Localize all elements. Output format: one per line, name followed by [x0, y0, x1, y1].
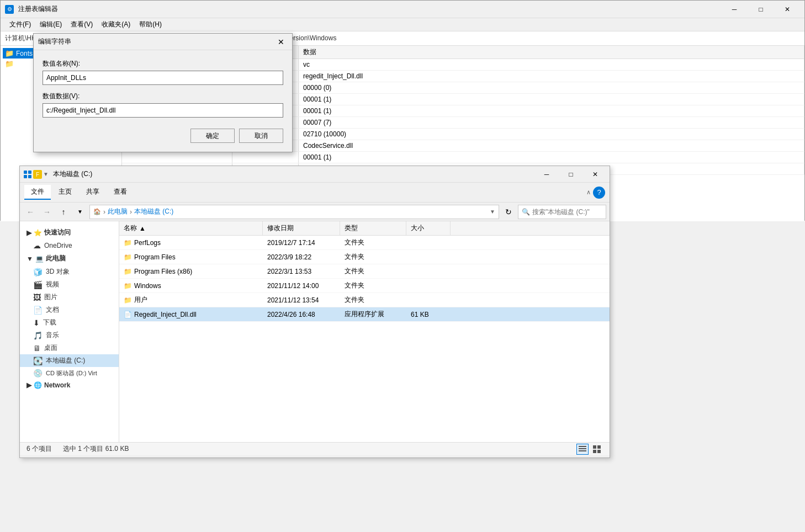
menu-file[interactable]: 文件(F): [5, 19, 35, 30]
file-type-pf: 文件夹: [340, 250, 406, 264]
svg-rect-6: [579, 446, 586, 447]
view-details-button[interactable]: [576, 444, 589, 455]
address-crumb-c[interactable]: 本地磁盘 (C:): [134, 207, 173, 216]
file-name-windows: 📁 Windows: [119, 279, 263, 292]
name-input[interactable]: [43, 71, 283, 85]
file-row-regedit-dll[interactable]: 📄 Regedit_Inject_Dll.dll 2022/4/26 16:48…: [119, 307, 610, 322]
name-label: 数值名称(N):: [43, 59, 283, 68]
header-size[interactable]: 大小: [406, 221, 451, 235]
sidebar-documents[interactable]: 📄 文档: [20, 304, 119, 316]
documents-label: 文档: [46, 305, 59, 315]
file-row-users[interactable]: 📁 用户 2021/11/12 13:54 文件夹: [119, 293, 610, 307]
file-row-perflogs[interactable]: 📁 PerfLogs 2019/12/7 17:14 文件夹: [119, 236, 610, 250]
nav-back-button[interactable]: ←: [23, 205, 38, 219]
row-data: CodecService.dll: [299, 140, 804, 151]
tree-item-fonts-label: Fonts: [16, 50, 33, 57]
sidebar-videos[interactable]: 🎬 视频: [20, 278, 119, 291]
search-input[interactable]: [532, 208, 602, 216]
explorer-window-title: 本地磁盘 (C:): [53, 169, 533, 179]
sidebar-local-disk-c[interactable]: 💽 本地磁盘 (C:): [20, 354, 119, 367]
explorer-maximize-button[interactable]: □: [560, 167, 582, 182]
header-filename[interactable]: 名称 ▲: [119, 221, 263, 235]
videos-label: 视频: [46, 280, 59, 289]
dialog-buttons: 确定 取消: [43, 129, 283, 143]
cd-drive-label: CD 驱动器 (D:) Virt: [46, 369, 97, 377]
sidebar-desktop[interactable]: 🖥 桌面: [20, 342, 119, 354]
file-size-pf: [406, 250, 451, 264]
explorer-minimize-button[interactable]: ─: [536, 167, 558, 182]
sidebar-music[interactable]: 🎵 音乐: [20, 329, 119, 342]
desktop-label: 桌面: [44, 343, 57, 353]
svg-rect-0: [24, 171, 27, 174]
file-name-pf: 📁 Program Files: [119, 250, 263, 264]
network-arrow: ▶: [27, 381, 31, 389]
dialog-close-button[interactable]: ✕: [274, 35, 288, 49]
ribbon-tab-view[interactable]: 查看: [107, 185, 134, 200]
header-type[interactable]: 类型: [340, 221, 406, 235]
regedit-minimize-button[interactable]: ─: [722, 1, 747, 18]
sidebar-3d-objects[interactable]: 🧊 3D 对象: [20, 265, 119, 278]
ok-button[interactable]: 确定: [190, 129, 235, 143]
file-row-program-files-x86[interactable]: 📁 Program Files (x86) 2022/3/1 13:53 文件夹: [119, 264, 610, 279]
svg-rect-1: [28, 171, 31, 174]
regedit-menubar: 文件(F) 编辑(E) 查看(V) 收藏夹(A) 帮助(H): [1, 18, 804, 31]
ribbon-help-icon[interactable]: ?: [593, 187, 605, 199]
data-input[interactable]: [43, 103, 283, 118]
menu-help[interactable]: 帮助(H): [135, 19, 166, 30]
explorer-close-button[interactable]: ✕: [584, 167, 606, 182]
regedit-row[interactable]: 00001 (1): [122, 152, 804, 163]
header-date[interactable]: 修改日期: [263, 221, 340, 235]
quick-access-label: 快速访问: [44, 228, 71, 237]
sort-arrow: ▲: [139, 225, 146, 232]
view-tiles-button[interactable]: [591, 444, 603, 455]
network-label: Network: [44, 381, 70, 389]
nav-up-button[interactable]: ↑: [56, 205, 71, 219]
file-row-windows[interactable]: 📁 Windows 2021/11/12 14:00 文件夹: [119, 279, 610, 293]
ribbon-tab-share[interactable]: 共享: [80, 185, 106, 200]
explorer-titlebar: F ▼ 本地磁盘 (C:) ─ □ ✕: [20, 166, 610, 183]
quick-access-arrow: ▶: [27, 229, 31, 237]
regedit-close-button[interactable]: ✕: [775, 1, 800, 18]
file-size-dll: 61 KB: [406, 307, 451, 321]
sidebar-this-pc[interactable]: ▼ 💻 此电脑: [20, 252, 119, 265]
ribbon-tab-home[interactable]: 主页: [52, 185, 78, 200]
explorer-path-arrow: ▼: [43, 171, 49, 177]
sidebar-downloads[interactable]: ⬇ 下载: [20, 316, 119, 329]
sidebar-onedrive[interactable]: ☁ OneDrive: [20, 240, 119, 252]
ribbon-collapse-icon[interactable]: ∧: [586, 189, 591, 196]
address-home-icon: 🏠: [93, 208, 101, 215]
sidebar-pictures[interactable]: 🖼 图片: [20, 291, 119, 304]
this-pc-arrow: ▼: [27, 255, 33, 263]
cd-drive-icon: 💿: [33, 369, 43, 377]
file-date-pf: 2022/3/9 18:22: [263, 250, 340, 264]
menu-favorites[interactable]: 收藏夹(A): [97, 19, 135, 30]
nav-recent-button[interactable]: ▼: [73, 205, 87, 219]
statusbar-count: 6 个项目: [27, 444, 52, 454]
edit-string-dialog: 编辑字符串 ✕ 数值名称(N): 数值数据(V): 确定 取消: [33, 33, 293, 152]
address-crumb-pc[interactable]: 此电脑: [108, 207, 128, 216]
menu-view[interactable]: 查看(V): [66, 19, 97, 30]
sidebar-quick-access[interactable]: ▶ ⭐ 快速访问: [20, 226, 119, 240]
header-data[interactable]: 数据: [299, 46, 804, 58]
nav-forward-button[interactable]: →: [40, 205, 54, 219]
ribbon-tab-file[interactable]: 文件: [24, 185, 51, 200]
downloads-icon: ⬇: [33, 318, 40, 327]
svg-text:F: F: [36, 172, 39, 178]
file-name-users: 📁 用户: [119, 293, 263, 307]
file-date-users: 2021/11/12 13:54: [263, 293, 340, 307]
cancel-button[interactable]: 取消: [239, 129, 283, 143]
explorer-window: F ▼ 本地磁盘 (C:) ─ □ ✕ 文件 主页 共享 查看 ∧ ? ← → …: [19, 166, 610, 458]
refresh-button[interactable]: ↻: [501, 205, 516, 219]
sidebar-network[interactable]: ▶ 🌐 Network: [20, 379, 119, 391]
menu-edit[interactable]: 编辑(E): [35, 19, 66, 30]
file-row-program-files[interactable]: 📁 Program Files 2022/3/9 18:22 文件夹: [119, 250, 610, 264]
regedit-window-controls: ─ □ ✕: [722, 1, 800, 18]
sidebar-cd-drive[interactable]: 💿 CD 驱动器 (D:) Virt: [20, 367, 119, 379]
explorer-toolbar: ← → ↑ ▼ 🏠 › 此电脑 › 本地磁盘 (C:) ▼ ↻ 🔍: [20, 203, 610, 221]
explorer-sidebar: ▶ ⭐ 快速访问 ☁ OneDrive ▼ 💻 此电脑 🧊 3D 对象 🎬 视频: [20, 221, 119, 442]
svg-rect-2: [24, 175, 27, 178]
address-dropdown-icon[interactable]: ▼: [490, 209, 495, 215]
explorer-ribbon: 文件 主页 共享 查看 ∧ ?: [20, 183, 610, 203]
regedit-maximize-button[interactable]: □: [748, 1, 774, 18]
file-size-windows: [406, 279, 451, 292]
